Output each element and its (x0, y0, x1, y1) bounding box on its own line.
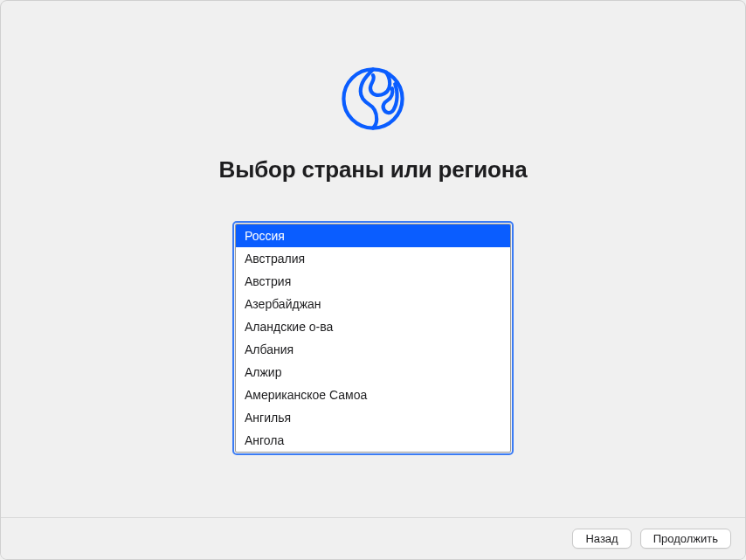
country-list-item[interactable]: Австрия (236, 270, 510, 293)
country-list-item[interactable]: Американское Самоа (236, 384, 510, 406)
footer-bar: Назад Продолжить (1, 517, 745, 559)
country-list-item[interactable]: Алжир (236, 361, 510, 384)
back-button[interactable]: Назад (572, 529, 631, 549)
country-list-item[interactable]: Аландские о-ва (236, 315, 510, 338)
country-list-item[interactable]: Австралия (236, 247, 510, 270)
page-title: Выбор страны или региона (219, 156, 528, 183)
continue-button[interactable]: Продолжить (640, 529, 731, 549)
country-listbox[interactable]: РоссияАвстралияАвстрияАзербайджанАландск… (235, 224, 511, 453)
country-list-item[interactable]: Азербайджан (236, 293, 510, 315)
setup-content: Выбор страны или региона РоссияАвстралия… (1, 1, 745, 453)
country-list-item[interactable]: Россия (236, 225, 510, 247)
country-list-item[interactable]: Андорра (236, 452, 510, 453)
country-list-item[interactable]: Албания (236, 338, 510, 361)
country-list-item[interactable]: Ангилья (236, 406, 510, 429)
country-list-item[interactable]: Ангола (236, 429, 510, 452)
globe-icon (336, 62, 410, 135)
